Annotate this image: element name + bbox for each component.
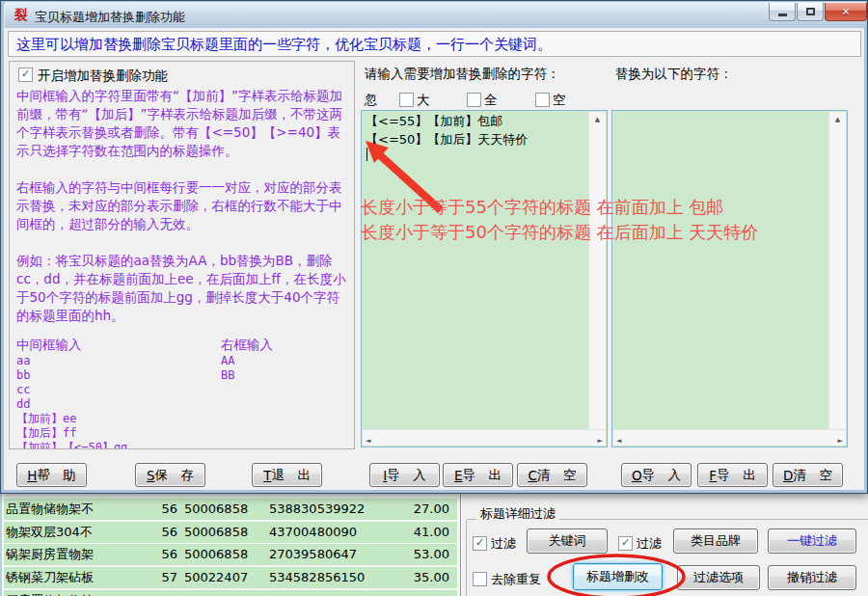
cell-category-id: 50006858 xyxy=(184,522,267,543)
screen: 品置物储物架不 56 50006858 538830539922 27.00 物… xyxy=(0,0,868,596)
horizontal-scrollbar[interactable] xyxy=(613,429,846,446)
cell-count: 56 xyxy=(103,522,177,543)
clear-replace-button[interactable]: D清 空 xyxy=(773,463,843,487)
cell-price: 27.00 xyxy=(368,499,449,520)
source-line: 【<=55】【加前】包邮 xyxy=(366,114,607,129)
minimize-button[interactable] xyxy=(769,3,796,21)
ignore-width-checkbox[interactable] xyxy=(467,93,481,107)
maximize-icon xyxy=(806,8,815,15)
replace-header: 替换为以下的字符： xyxy=(615,66,733,83)
cell-item-id: 43700480090 xyxy=(269,522,385,543)
middle-input-header: 请输入需要增加替换删除的字符： xyxy=(365,66,560,83)
table-row[interactable]: 锈钢菜刀架砧板 57 50022407 534582856150 35.00 xyxy=(4,567,457,588)
import-replace-button[interactable]: O导 入 xyxy=(621,463,692,487)
example-line: 【加后】ff xyxy=(16,426,221,441)
example-mid-column: 中间框输入 aa bb cc dd 【加前】ee 【加后】ff 【加前】【<=5… xyxy=(16,335,221,449)
subtitle-bar: 这里可以增加替换删除宝贝标题里面的一些字符，优化宝贝标题，一行一个关键词。 xyxy=(8,31,861,57)
help-button[interactable]: H帮 助 xyxy=(16,463,87,487)
example-line: 【加前】【<=50】gg xyxy=(16,441,221,449)
table-row[interactable]: 品置物储物架不 56 50006858 538830539922 27.00 xyxy=(4,499,457,520)
cell-title: 锈钢菜刀架砧板 xyxy=(6,567,101,588)
cell-count: 56 xyxy=(103,499,177,520)
annotation-line-2: 长度小于等于50个字符的标题 在后面加上 天天特价 xyxy=(361,221,758,244)
cell-title: 锅架厨房置物架 xyxy=(6,544,101,565)
titlebar[interactable]: 裂 宝贝标题增加替换删除功能 ✕ xyxy=(5,2,865,28)
source-line: 【<=50】【加后】天天特价 xyxy=(366,132,607,148)
example-line: aa xyxy=(16,354,221,368)
example-line: bb xyxy=(16,368,221,383)
vertical-scrollbar[interactable] xyxy=(588,112,606,429)
vertical-scrollbar[interactable] xyxy=(828,112,846,429)
scroll-left-icon[interactable] xyxy=(366,431,370,446)
example-line: BB xyxy=(221,368,273,383)
example-line: dd xyxy=(16,397,221,412)
table-row[interactable]: 锅架厨房置物架 56 50006858 27039580647 53.00 xyxy=(4,544,457,565)
source-textarea[interactable]: 【<=55】【加前】包邮 【<=50】【加后】天天特价 xyxy=(361,110,608,447)
cell-category-id: 50006858 xyxy=(184,590,267,596)
filter2-checkbox[interactable] xyxy=(618,536,633,551)
cell-price: 35.00 xyxy=(368,567,449,588)
scroll-right-icon[interactable] xyxy=(838,431,843,446)
filter-options-button[interactable]: 过滤选项 xyxy=(677,565,760,590)
cell-title: 厨房置物架收纳 xyxy=(6,590,101,596)
main-app-bottom: 品置物储物架不 56 50006858 538830539922 27.00 物… xyxy=(0,494,868,596)
help-paragraph-3: 例如：将宝贝标题的aa替换为AA，bb替换为BB，删除cc，dd，并在标题前面加… xyxy=(16,252,347,325)
window-title: 宝贝标题增加替换删除功能 xyxy=(35,9,185,26)
replace-textarea[interactable] xyxy=(611,110,848,447)
clear-source-button[interactable]: C清 空 xyxy=(517,463,587,487)
example-line: cc xyxy=(16,383,221,397)
dedupe-label: 去除重复 xyxy=(491,571,541,588)
app-icon: 裂 xyxy=(14,7,30,22)
filter1-checkbox[interactable] xyxy=(473,536,487,551)
cell-category-id: 50006858 xyxy=(184,544,267,565)
help-paragraph-2: 右框输入的字符与中间框每行要一一对应，对应的部分表示替换，未对应的部分表示删除，… xyxy=(16,178,347,233)
annotation-line-1: 长度小于等于55个字符的标题 在前面加上 包邮 xyxy=(361,196,723,219)
dedupe-checkbox[interactable] xyxy=(473,572,487,586)
export-replace-button[interactable]: F导 出 xyxy=(697,463,768,487)
cell-item-id: 538830539922 xyxy=(269,499,385,520)
title-filter-group-label: 标题详细过滤 xyxy=(476,505,559,523)
cell-category-id: 50006858 xyxy=(184,499,267,520)
table-row[interactable]: 物架双层304不 56 50006858 43700480090 41.00 xyxy=(4,522,457,543)
cell-count: 57 xyxy=(103,590,177,596)
save-button[interactable]: S保 存 xyxy=(135,463,205,487)
close-button[interactable]: ✕ xyxy=(825,3,867,21)
ignore-case-checkbox[interactable] xyxy=(399,93,414,107)
scroll-left-icon[interactable] xyxy=(616,431,621,446)
horizontal-scrollbar[interactable] xyxy=(363,429,606,446)
exit-button[interactable]: T退 出 xyxy=(252,463,322,487)
maximize-button[interactable] xyxy=(797,3,824,21)
import-source-button[interactable]: I导 入 xyxy=(369,463,440,487)
scroll-up-icon[interactable] xyxy=(829,112,846,127)
subtitle-text: 这里可以增加替换删除宝贝标题里面的一些字符，优化宝贝标题，一行一个关键词。 xyxy=(16,36,552,54)
table-row[interactable]: 厨房置物架收纳 57 50006858 543104132990 78.00 xyxy=(4,590,457,596)
scroll-right-icon[interactable] xyxy=(598,431,603,446)
cell-category-id: 50022407 xyxy=(184,567,267,588)
scroll-up-icon[interactable] xyxy=(589,112,606,127)
enable-label: 开启增加替换删除功能 xyxy=(38,68,168,85)
one-key-filter-button[interactable]: 一键过滤 xyxy=(768,528,856,554)
filter2-label: 过滤 xyxy=(637,535,662,553)
minimize-icon xyxy=(778,14,787,16)
panel-divider xyxy=(460,494,462,596)
title-edit-dialog: 裂 宝贝标题增加替换删除功能 ✕ 这里可以增加替换删除宝贝标题里面的一些字符，优… xyxy=(0,0,868,494)
instructions-panel: 开启增加替换删除功能 中间框输入的字符里面带有“【加前】”字样表示给标题加前缀，… xyxy=(9,61,355,449)
keyword-button[interactable]: 关键词 xyxy=(527,528,608,554)
cell-item-id: 27039580647 xyxy=(269,544,385,565)
export-source-button[interactable]: E导 出 xyxy=(443,463,513,487)
cell-count: 57 xyxy=(103,567,177,588)
enable-checkbox[interactable] xyxy=(18,68,33,82)
product-table: 品置物储物架不 56 50006858 538830539922 27.00 物… xyxy=(0,494,462,596)
cell-price: 78.00 xyxy=(368,590,449,596)
category-brand-button[interactable]: 类目品牌 xyxy=(673,528,758,554)
close-icon: ✕ xyxy=(841,6,850,18)
ignore-space-checkbox[interactable] xyxy=(535,93,550,107)
example-mid-header: 中间框输入 xyxy=(16,335,221,354)
cell-count: 56 xyxy=(103,544,177,565)
title-edit-button[interactable]: 标题增删改 xyxy=(573,563,663,590)
text-caret xyxy=(366,148,367,161)
undo-filter-button[interactable]: 撤销过滤 xyxy=(768,565,856,590)
help-paragraph-1: 中间框输入的字符里面带有“【加前】”字样表示给标题加前缀，带有“【加后】”字样表… xyxy=(16,87,347,160)
example-right-column: 右框输入 AA BB xyxy=(221,335,273,449)
cell-price: 41.00 xyxy=(368,522,449,543)
